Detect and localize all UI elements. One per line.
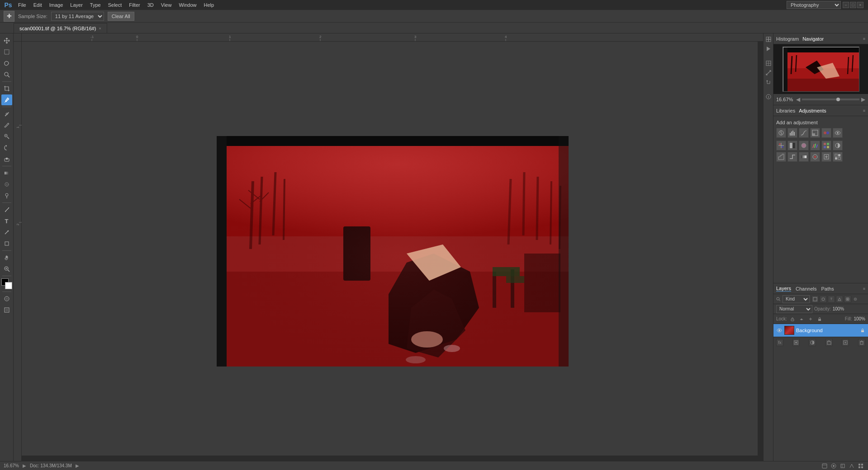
- filter-smart-icon[interactable]: [844, 296, 851, 303]
- tool-shape[interactable]: [1, 238, 12, 249]
- status-zoom-arrow[interactable]: ▶: [23, 463, 26, 468]
- layer-visibility-toggle[interactable]: [776, 327, 783, 334]
- tool-blur[interactable]: [1, 179, 12, 190]
- zoom-slider[interactable]: [802, 99, 859, 100]
- adj-hue-saturation[interactable]: [833, 128, 843, 138]
- lock-position-icon[interactable]: [807, 315, 814, 323]
- layer-name[interactable]: Background: [796, 328, 858, 333]
- right-icon-grid[interactable]: [764, 59, 773, 67]
- adj-levels[interactable]: [787, 128, 797, 138]
- layer-kind-select[interactable]: Kind Name Effect Mode Attribute: [783, 295, 810, 303]
- menu-layer[interactable]: Layer: [66, 0, 86, 10]
- tool-screen-mode[interactable]: [1, 305, 12, 315]
- layers-panel-collapse[interactable]: ≡: [863, 287, 865, 291]
- add-mask-button[interactable]: [792, 339, 800, 346]
- fill-value[interactable]: 100%: [854, 316, 865, 321]
- adj-brightness-contrast[interactable]: [776, 128, 786, 138]
- document-canvas[interactable]: [217, 136, 569, 367]
- adj-exposure[interactable]: [810, 128, 820, 138]
- layer-item-background[interactable]: Background: [773, 324, 868, 337]
- menu-select[interactable]: Select: [104, 0, 126, 10]
- tool-marquee[interactable]: [1, 47, 12, 57]
- menu-file[interactable]: File: [14, 0, 30, 10]
- tool-quick-select[interactable]: [1, 69, 12, 80]
- adj-photo-filter[interactable]: [799, 141, 809, 150]
- right-icon-arrange[interactable]: [764, 35, 773, 43]
- adj-curves[interactable]: [799, 128, 809, 138]
- menu-filter[interactable]: Filter: [125, 0, 143, 10]
- tool-brush[interactable]: [1, 120, 12, 131]
- tool-crop[interactable]: [1, 83, 12, 94]
- status-icon-2[interactable]: [830, 462, 837, 470]
- adj-new-fill-layer[interactable]: [821, 152, 831, 162]
- adj-color-balance[interactable]: [776, 141, 786, 150]
- navigator-tab[interactable]: Navigator: [802, 36, 824, 42]
- tool-clone-stamp[interactable]: [1, 131, 12, 142]
- status-play-button[interactable]: ▶: [76, 463, 79, 468]
- right-icon-info[interactable]: i: [764, 93, 773, 101]
- right-icon-resize[interactable]: [764, 69, 773, 77]
- layers-tab[interactable]: Layers: [776, 286, 791, 291]
- adj-vibrance[interactable]: [821, 128, 831, 138]
- document-tab[interactable]: scan00001.tif @ 16.7% (RGB/16#) ×: [14, 23, 107, 33]
- background-color[interactable]: [5, 282, 12, 289]
- menu-image[interactable]: Image: [46, 0, 67, 10]
- adj-invert[interactable]: [833, 141, 843, 150]
- new-layer-button[interactable]: [842, 339, 849, 346]
- tool-dodge[interactable]: [1, 190, 12, 201]
- tool-text[interactable]: T: [1, 216, 12, 226]
- filter-type-icon[interactable]: T: [828, 296, 835, 303]
- zoom-in-button[interactable]: ▶: [861, 96, 865, 103]
- histogram-tab[interactable]: Histogram: [776, 36, 799, 42]
- adj-black-white[interactable]: [787, 141, 797, 150]
- right-icon-transform[interactable]: [764, 78, 773, 86]
- workspace-dropdown[interactable]: Photography Essentials 3D Graphic and We…: [787, 1, 841, 9]
- menu-help[interactable]: Help: [200, 0, 218, 10]
- layer-fx-button[interactable]: fx: [776, 339, 783, 346]
- window-minimize[interactable]: −: [843, 2, 849, 8]
- adj-pattern-fill[interactable]: [833, 152, 843, 162]
- tool-move[interactable]: [1, 35, 12, 46]
- adjustments-tab[interactable]: Adjustments: [799, 108, 826, 113]
- status-zoom-level[interactable]: 16.67%: [4, 463, 19, 468]
- canvas-scroll-v[interactable]: [758, 42, 763, 456]
- tool-eraser[interactable]: [1, 154, 12, 164]
- delete-layer-button[interactable]: [858, 339, 865, 346]
- right-icon-play[interactable]: [764, 45, 773, 53]
- adjustments-panel-collapse[interactable]: ≡: [863, 108, 865, 113]
- tab-close-button[interactable]: ×: [99, 26, 101, 31]
- clear-all-button[interactable]: Clear All: [108, 12, 134, 21]
- tool-history-brush[interactable]: [1, 142, 12, 153]
- opacity-value[interactable]: 100%: [833, 306, 846, 311]
- sample-size-select[interactable]: 11 by 11 Average 3 by 3 Average 5 by 5 A…: [51, 12, 104, 21]
- menu-window[interactable]: Window: [175, 0, 200, 10]
- tool-eyedropper[interactable]: [1, 94, 12, 105]
- status-icon-3[interactable]: [839, 462, 846, 470]
- status-icon-5[interactable]: [857, 462, 864, 470]
- zoom-slider-thumb[interactable]: [836, 98, 840, 101]
- tool-path-selection[interactable]: [1, 227, 12, 238]
- menu-edit[interactable]: Edit: [30, 0, 46, 10]
- menu-view[interactable]: View: [157, 0, 175, 10]
- tool-mask-mode[interactable]: [1, 293, 12, 304]
- adjustment-button[interactable]: [809, 339, 816, 346]
- adj-selective-color[interactable]: [810, 152, 820, 162]
- adj-posterize[interactable]: [776, 152, 786, 162]
- canvas-scroll-h[interactable]: [22, 456, 763, 461]
- tool-hand[interactable]: [1, 252, 12, 263]
- window-close[interactable]: ×: [857, 2, 863, 8]
- adj-channel-mixer[interactable]: [810, 141, 820, 150]
- blend-mode-select[interactable]: Normal Dissolve Multiply Screen Overlay: [776, 305, 812, 313]
- tool-zoom[interactable]: [1, 263, 12, 274]
- filter-shape-icon[interactable]: [836, 296, 843, 303]
- navigator-panel-collapse[interactable]: ≡: [863, 37, 865, 41]
- adj-color-lookup[interactable]: [821, 141, 831, 150]
- lock-transparency-icon[interactable]: [789, 315, 796, 323]
- adj-gradient-map[interactable]: [799, 152, 809, 162]
- menu-type[interactable]: Type: [86, 0, 104, 10]
- tool-gradient[interactable]: [1, 168, 12, 179]
- tool-healing[interactable]: [1, 108, 12, 119]
- libraries-tab[interactable]: Libraries: [776, 108, 795, 113]
- adj-threshold[interactable]: [787, 152, 797, 162]
- lock-all-icon[interactable]: [816, 315, 823, 323]
